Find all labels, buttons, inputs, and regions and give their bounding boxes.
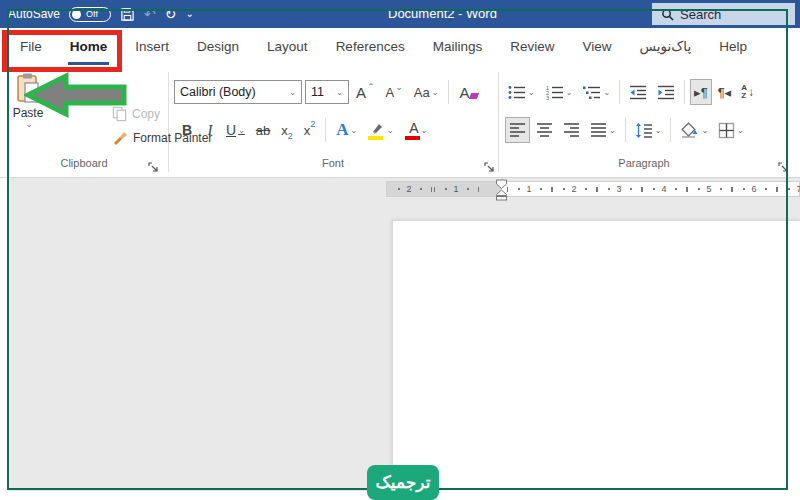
- text-highlight-button[interactable]: ⌄: [364, 117, 398, 143]
- underline-button[interactable]: U ⌄: [222, 117, 249, 143]
- strikethrough-button[interactable]: ab: [252, 117, 274, 143]
- tab-label: Help: [719, 39, 747, 54]
- bullets-button[interactable]: ⌄: [503, 79, 539, 105]
- font-size-select[interactable]: 11 ⌄: [305, 80, 349, 104]
- justify-button[interactable]: ⌄: [586, 117, 620, 143]
- document-page[interactable]: [392, 220, 800, 491]
- dialog-launcher-icon: [778, 162, 789, 173]
- tab-paknevis[interactable]: پاک‌نویس: [626, 28, 706, 68]
- shading-button[interactable]: ⌄: [676, 117, 712, 143]
- ruler-tick: [597, 187, 598, 192]
- document-title: Document2 - Word: [388, 6, 497, 21]
- bold-button[interactable]: B: [176, 117, 198, 143]
- tab-mailings[interactable]: Mailings: [419, 28, 497, 68]
- font-color-button[interactable]: A ⌄: [401, 117, 435, 143]
- horizontal-ruler[interactable]: 211234567: [386, 181, 800, 197]
- ruler-tick: [743, 188, 745, 190]
- copy-label: Copy: [132, 107, 160, 121]
- divider: [325, 118, 326, 142]
- line-spacing-icon: [635, 122, 653, 139]
- font-name-select[interactable]: Calibri (Body) ⌄: [174, 80, 302, 104]
- superscript-button[interactable]: x 2: [300, 117, 320, 143]
- shrink-font-button[interactable]: A ⌄: [382, 79, 407, 105]
- chevron-down-icon: ⌄: [421, 126, 428, 135]
- text-effects-button[interactable]: A ⌄: [332, 117, 361, 143]
- divider: [625, 118, 626, 142]
- text-effects-icon: A: [336, 120, 348, 140]
- search-label: Search: [680, 7, 721, 22]
- paragraph-group-label: Paragraph: [498, 157, 790, 169]
- chevron-down-icon: ⌄: [186, 7, 194, 21]
- justify-icon: [590, 122, 607, 138]
- clear-formatting-button[interactable]: A: [455, 79, 482, 105]
- save-button[interactable]: [120, 7, 135, 22]
- tab-label: Insert: [135, 39, 169, 54]
- redo-icon: ↻: [165, 7, 177, 21]
- divider: [684, 80, 685, 104]
- change-case-button[interactable]: Aa ⌄: [410, 79, 443, 105]
- ruler-number: 6: [749, 182, 759, 196]
- redo-button[interactable]: ↻: [165, 7, 177, 21]
- autosave-toggle[interactable]: Off: [69, 7, 111, 22]
- search-box[interactable]: Search: [652, 3, 795, 25]
- left-indent-icon[interactable]: [497, 197, 507, 201]
- indent-markers[interactable]: [495, 179, 508, 205]
- highlighter-icon: [369, 123, 385, 137]
- multilevel-list-button[interactable]: ⌄: [578, 79, 614, 105]
- hanging-indent-icon[interactable]: [497, 190, 507, 196]
- tab-help[interactable]: Help: [705, 28, 761, 68]
- align-right-button[interactable]: [559, 117, 584, 143]
- tab-label: Mailings: [433, 39, 483, 54]
- subscript-button[interactable]: x 2: [277, 117, 297, 143]
- ruler-tick: [434, 187, 435, 192]
- tab-review[interactable]: Review: [496, 28, 568, 68]
- tab-design[interactable]: Design: [183, 28, 253, 68]
- chevron-down-icon: ⌄: [336, 88, 343, 97]
- ruler-tick: [478, 187, 479, 192]
- paragraph-dialog-launcher[interactable]: [778, 159, 789, 177]
- chevron-down-icon: ⌄: [609, 126, 616, 135]
- format-painter-brush-icon: [112, 130, 128, 146]
- document-area: 211234567: [0, 178, 800, 491]
- ltr-text-direction-button[interactable]: ▸¶: [690, 79, 712, 105]
- chevron-down-icon: ⌄: [289, 88, 296, 97]
- first-line-indent-icon[interactable]: [497, 180, 507, 189]
- increase-indent-button[interactable]: [653, 79, 679, 105]
- line-spacing-button[interactable]: ⌄: [631, 117, 666, 143]
- sort-button[interactable]: AZ ↓: [737, 79, 758, 105]
- italic-button[interactable]: I: [201, 117, 219, 143]
- undo-button[interactable]: ↶: [144, 7, 156, 21]
- tab-layout[interactable]: Layout: [253, 28, 322, 68]
- tab-label: Design: [197, 39, 239, 54]
- ruler-tick: [788, 188, 790, 190]
- file-tab-highlight-box: [2, 30, 122, 72]
- font-dialog-launcher[interactable]: [484, 159, 495, 177]
- tab-insert[interactable]: Insert: [121, 28, 183, 68]
- align-left-button[interactable]: [505, 117, 530, 143]
- customize-qat-button[interactable]: ⌄: [186, 7, 194, 21]
- caret-down-icon: ⌄: [395, 82, 403, 92]
- align-center-button[interactable]: [532, 117, 557, 143]
- numbering-button[interactable]: 123 ⌄: [541, 79, 577, 105]
- align-center-icon: [536, 122, 553, 138]
- ruler-number: 1: [524, 182, 534, 196]
- align-left-icon: [509, 122, 526, 138]
- chevron-down-icon: ⌄: [603, 88, 610, 97]
- svg-text:3: 3: [546, 95, 549, 101]
- ruler-tick: [698, 188, 700, 190]
- subscript-digit: 2: [288, 131, 293, 141]
- tab-view[interactable]: View: [568, 28, 625, 68]
- rtl-text-direction-button[interactable]: ¶◂: [714, 79, 736, 105]
- sort-icon: AZ ↓: [741, 84, 754, 100]
- ruler-tick: [720, 188, 722, 190]
- decrease-indent-button[interactable]: [625, 79, 651, 105]
- ruler-number: 1: [451, 182, 461, 196]
- tab-label: References: [336, 39, 405, 54]
- search-icon: [661, 8, 674, 21]
- borders-button[interactable]: ⌄: [714, 117, 748, 143]
- clipboard-dialog-launcher[interactable]: [148, 159, 159, 177]
- strikethrough-icon: ab: [256, 123, 270, 138]
- chevron-down-icon: ⌄: [655, 126, 662, 135]
- tab-references[interactable]: References: [322, 28, 419, 68]
- grow-font-button[interactable]: A ⌃: [352, 79, 379, 105]
